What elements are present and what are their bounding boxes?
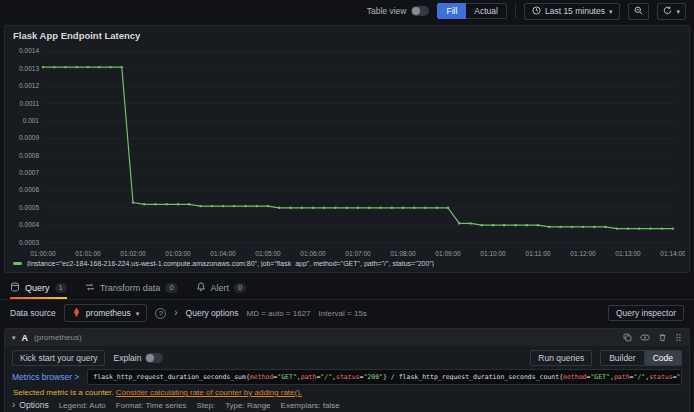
svg-text:01:14:00: 01:14:00 [660, 250, 685, 257]
promql-expression-input[interactable]: flask_http_request_duration_seconds_sum{… [87, 369, 682, 385]
topbar-divider [515, 4, 516, 18]
svg-text:01:10:00: 01:10:00 [480, 250, 506, 257]
explain-group: Explain [113, 353, 163, 363]
tab-query[interactable]: Query 1 [10, 276, 67, 299]
option-step: Step: [196, 401, 215, 410]
zoom-out-button[interactable] [628, 3, 649, 20]
transform-icon [85, 282, 95, 294]
panel-editor-topbar: Table view Fill Actual Last 15 minutes ▾… [0, 0, 694, 22]
hide-query-icon[interactable] [640, 333, 650, 342]
database-icon [10, 282, 20, 294]
chevron-right-icon: › [12, 400, 15, 410]
query-toolbar-row: Kick start your query Explain Run querie… [12, 350, 682, 366]
prometheus-icon [72, 307, 81, 319]
svg-text:01:00:00: 01:00:00 [30, 250, 56, 257]
editor-mode-toggle: Builder Code [600, 350, 682, 366]
run-queries-button[interactable]: Run queries [530, 350, 592, 366]
table-view-label: Table view [367, 6, 407, 16]
svg-text:0.0012: 0.0012 [19, 82, 39, 89]
datasource-help-icon[interactable]: ? [155, 308, 166, 319]
chevron-down-icon: ▾ [676, 8, 680, 15]
fill-button[interactable]: Fill [437, 3, 466, 19]
svg-text:01:04:00: 01:04:00 [210, 250, 236, 257]
duplicate-query-icon[interactable] [623, 333, 632, 342]
table-view-toggle[interactable] [411, 6, 429, 16]
query-options-toggle[interactable]: Query options [186, 308, 239, 318]
time-range-picker[interactable]: Last 15 minutes ▾ [524, 3, 621, 20]
datasource-picker[interactable]: prometheus ▾ [64, 304, 147, 322]
svg-text:01:06:00: 01:06:00 [300, 250, 326, 257]
metrics-browser-toggle[interactable]: Metrics browser > [12, 372, 79, 382]
collapse-chevron-icon[interactable]: ▾ [12, 334, 16, 341]
query-editor-row-a: ▾ A (prometheus) Kick start your query E… [4, 328, 690, 412]
query-row-body: Kick start your query Explain Run querie… [5, 346, 689, 412]
editor-tabs: Query 1 Transform data 0 Alert 0 [0, 276, 694, 300]
svg-text:01:08:00: 01:08:00 [390, 250, 416, 257]
explain-toggle[interactable] [145, 353, 163, 363]
latency-chart[interactable]: 0.00140.00130.00120.00110.0010.00090.000… [9, 43, 685, 259]
query-datasource-hint: (prometheus) [34, 333, 82, 342]
panel-title[interactable]: Flask App Endpoint Latency [5, 26, 689, 43]
svg-text:01:12:00: 01:12:00 [570, 250, 596, 257]
option-format: Format: Time series [116, 401, 187, 410]
series-legend-label[interactable]: {instance="ec2-184-168-216-224.us-west-1… [27, 260, 434, 267]
svg-text:01:13:00: 01:13:00 [615, 250, 641, 257]
query-options-summary-row: › Options Legend: Auto Format: Time seri… [12, 400, 682, 410]
query-inspector-button[interactable]: Query inspector [608, 305, 684, 321]
svg-text:01:05:00: 01:05:00 [255, 250, 281, 257]
refresh-icon [663, 6, 672, 17]
table-view-group: Table view [367, 6, 430, 16]
svg-text:0.0003: 0.0003 [19, 239, 39, 246]
svg-text:01:02:00: 01:02:00 [120, 250, 146, 257]
explain-label: Explain [113, 353, 141, 363]
datasource-label: Data source [10, 308, 56, 318]
svg-text:01:03:00: 01:03:00 [165, 250, 191, 257]
builder-mode-button[interactable]: Builder [600, 350, 644, 366]
query-row-actions [623, 333, 682, 342]
bell-icon [196, 282, 206, 294]
option-type: Type: Range [225, 401, 270, 410]
svg-text:0.0009: 0.0009 [19, 134, 39, 141]
query-options-maxdatapoints: MD = auto = 1627 [247, 309, 311, 318]
svg-text:0.001: 0.001 [23, 117, 40, 124]
query-ref-id[interactable]: A [22, 333, 29, 343]
remove-query-icon[interactable] [658, 333, 667, 342]
svg-text:0.0008: 0.0008 [19, 152, 39, 159]
tab-badge: 0 [234, 283, 246, 293]
refresh-button[interactable]: ▾ [657, 3, 686, 20]
svg-text:01:09:00: 01:09:00 [435, 250, 461, 257]
svg-text:01:07:00: 01:07:00 [345, 250, 371, 257]
svg-text:0.0005: 0.0005 [19, 204, 39, 211]
svg-text:0.0013: 0.0013 [19, 65, 39, 72]
tab-label: Alert [211, 283, 230, 293]
options-toggle[interactable]: › Options [12, 400, 49, 410]
tab-label: Query [25, 283, 50, 293]
drag-handle-icon[interactable] [675, 333, 682, 342]
svg-text:0.0006: 0.0006 [19, 186, 39, 193]
tab-label: Transform data [100, 283, 161, 293]
actual-button[interactable]: Actual [466, 3, 507, 19]
datasource-name: prometheus [86, 308, 131, 318]
chevron-right-icon: › [174, 308, 177, 318]
tab-alert[interactable]: Alert 0 [196, 276, 247, 299]
clock-icon [532, 6, 541, 17]
chevron-down-icon: ▾ [609, 8, 613, 15]
code-mode-button[interactable]: Code [645, 350, 682, 366]
warning-text: Selected metric is a counter. [13, 388, 114, 397]
time-range-label: Last 15 minutes [545, 6, 605, 16]
svg-text:0.0014: 0.0014 [19, 47, 39, 54]
chart-area: 0.00140.00130.00120.00110.0010.00090.000… [5, 43, 689, 259]
chevron-down-icon: ▾ [136, 310, 140, 317]
query-row-header[interactable]: ▾ A (prometheus) [5, 329, 689, 346]
query-options-interval: Interval = 15s [319, 309, 367, 318]
add-rate-link[interactable]: Consider calculating rate of counter by … [116, 388, 302, 397]
option-legend: Legend: Auto [59, 401, 106, 410]
svg-text:0.0007: 0.0007 [19, 169, 39, 176]
zoom-out-icon [634, 6, 643, 17]
options-label: Options [19, 400, 48, 410]
tab-transform-data[interactable]: Transform data 0 [85, 276, 178, 299]
datasource-row: Data source prometheus ▾ ? › Query optio… [0, 300, 694, 326]
kick-start-query-button[interactable]: Kick start your query [12, 350, 105, 366]
pane-size-toggle: Fill Actual [437, 3, 506, 19]
svg-text:0.0004: 0.0004 [19, 221, 39, 228]
